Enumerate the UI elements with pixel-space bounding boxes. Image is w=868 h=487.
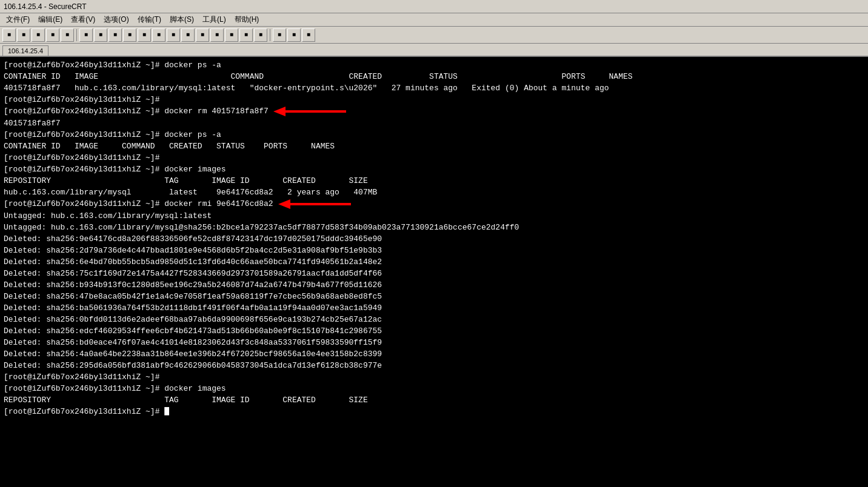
toolbar-sep-1 bbox=[76, 29, 77, 41]
menu-script[interactable]: 脚本(S) bbox=[166, 13, 198, 26]
title-text: 106.14.25.4 - SecureCRT bbox=[4, 2, 87, 11]
svg-marker-1 bbox=[278, 199, 351, 209]
toolbar-btn-5[interactable]: ■ bbox=[61, 28, 74, 42]
menu-tools[interactable]: 工具(L) bbox=[199, 13, 230, 26]
toolbar-btn-9[interactable]: ■ bbox=[123, 28, 136, 42]
toolbar-btn-17[interactable]: ■ bbox=[239, 28, 253, 42]
toolbar: ■ ■ ■ ■ ■ ■ ■ ■ ■ ■ ■ ■ ■ ■ ■ ■ ■ ■ ■ ■ … bbox=[0, 27, 868, 44]
toolbar-btn-6[interactable]: ■ bbox=[79, 28, 93, 42]
terminal-line-13: [root@iZuf6b7ox246byl3d11xhiZ ~]# docker… bbox=[4, 198, 864, 210]
toolbar-btn-14[interactable]: ■ bbox=[196, 28, 209, 42]
toolbar-btn-8[interactable]: ■ bbox=[109, 28, 122, 42]
terminal-wrapper: [root@iZuf6b7ox246byl3d11xhiZ ~]# docker… bbox=[0, 57, 868, 487]
terminal-line-31: [root@iZuf6b7ox246byl3d11xhiZ ~]# █ bbox=[4, 406, 864, 417]
terminal-line-28: [root@iZuf6b7ox246byl3d11xhiZ ~]# bbox=[4, 371, 864, 383]
toolbar-btn-21[interactable]: ■ bbox=[302, 28, 315, 42]
toolbar-btn-11[interactable]: ■ bbox=[152, 28, 165, 42]
terminal-line-22: Deleted: sha256:ba5061936a764f53b2d1118d… bbox=[4, 302, 864, 314]
terminal-line-26: Deleted: sha256:4a0ae64be2238aa31b864ee1… bbox=[4, 348, 864, 360]
terminal-line-5: [root@iZuf6b7ox246byl3d11xhiZ ~]# docker… bbox=[4, 105, 864, 118]
terminal-line-18: Deleted: sha256:6e4bd70bb55bcb5ad9850d51… bbox=[4, 256, 864, 268]
terminal-line-7: [root@iZuf6b7ox246byl3d11xhiZ ~]# docker… bbox=[4, 129, 864, 141]
arrow-icon bbox=[278, 198, 351, 210]
terminal-line-24: Deleted: sha256:edcf46029534ffee6cbf4b62… bbox=[4, 325, 864, 337]
toolbar-btn-18[interactable]: ■ bbox=[254, 28, 267, 42]
toolbar-btn-15[interactable]: ■ bbox=[210, 28, 224, 42]
toolbar-btn-13[interactable]: ■ bbox=[181, 28, 195, 42]
terminal-line-9: [root@iZuf6b7ox246byl3d11xhiZ ~]# bbox=[4, 152, 864, 164]
terminal-line-6: 4015718fa8f7 bbox=[4, 118, 864, 129]
toolbar-btn-1[interactable]: ■ bbox=[2, 28, 16, 42]
terminal-line-19: Deleted: sha256:75c1f169d72e1475a4427f52… bbox=[4, 268, 864, 279]
svg-marker-0 bbox=[273, 107, 346, 116]
terminal-line-30: REPOSITORY TAG IMAGE ID CREATED SIZE bbox=[4, 394, 864, 406]
toolbar-btn-16[interactable]: ■ bbox=[225, 28, 238, 42]
terminal-line-10: [root@iZuf6b7ox246byl3d11xhiZ ~]# docker… bbox=[4, 164, 864, 175]
arrow-icon bbox=[273, 105, 346, 118]
toolbar-btn-19[interactable]: ■ bbox=[273, 28, 286, 42]
tab-bar: 106.14.25.4 bbox=[0, 44, 868, 57]
terminal-line-23: Deleted: sha256:0bfdd0113d6e2adeef68baa9… bbox=[4, 314, 864, 325]
terminal-line-1: [root@iZuf6b7ox246byl3d11xhiZ ~]# docker… bbox=[4, 59, 864, 71]
terminal-line-20: Deleted: sha256:b934b913f0c1280d85ee196c… bbox=[4, 279, 864, 291]
terminal-line-3: 4015718fa8f7 hub.c.163.com/library/mysql… bbox=[4, 82, 864, 94]
terminal-line-15: Untagged: hub.c.163.com/library/mysql@sh… bbox=[4, 222, 864, 233]
menu-options[interactable]: 选项(O) bbox=[100, 13, 132, 26]
terminal-line-29: [root@iZuf6b7ox246byl3d11xhiZ ~]# docker… bbox=[4, 383, 864, 394]
menu-file[interactable]: 文件(F) bbox=[2, 13, 33, 26]
menu-help[interactable]: 帮助(H) bbox=[231, 13, 263, 26]
session-tab[interactable]: 106.14.25.4 bbox=[2, 45, 48, 56]
toolbar-btn-10[interactable]: ■ bbox=[138, 28, 151, 42]
terminal-line-2: CONTAINER ID IMAGE COMMAND CREATED STATU… bbox=[4, 71, 864, 82]
terminal-line-17: Deleted: sha256:2d79a736de4c447bbad1801e… bbox=[4, 245, 864, 256]
toolbar-btn-12[interactable]: ■ bbox=[167, 28, 180, 42]
menu-edit[interactable]: 编辑(E) bbox=[35, 13, 66, 26]
toolbar-btn-4[interactable]: ■ bbox=[46, 28, 59, 42]
toolbar-btn-2[interactable]: ■ bbox=[17, 28, 30, 42]
terminal-line-8: CONTAINER ID IMAGE COMMAND CREATED STATU… bbox=[4, 141, 864, 152]
menu-transfer[interactable]: 传输(T) bbox=[134, 13, 165, 26]
terminal-line-14: Untagged: hub.c.163.com/library/mysql:la… bbox=[4, 210, 864, 222]
terminal-line-27: Deleted: sha256:295d6a056bfd381abf9c4626… bbox=[4, 360, 864, 371]
toolbar-btn-3[interactable]: ■ bbox=[32, 28, 45, 42]
toolbar-btn-20[interactable]: ■ bbox=[287, 28, 301, 42]
toolbar-btn-7[interactable]: ■ bbox=[94, 28, 107, 42]
terminal[interactable]: [root@iZuf6b7ox246byl3d11xhiZ ~]# docker… bbox=[0, 57, 868, 487]
terminal-line-4: [root@iZuf6b7ox246byl3d11xhiZ ~]# bbox=[4, 94, 864, 105]
menu-view[interactable]: 查看(V) bbox=[67, 13, 99, 26]
terminal-line-25: Deleted: sha256:bd0eace476f07ae4c41014e8… bbox=[4, 337, 864, 348]
title-bar: 106.14.25.4 - SecureCRT bbox=[0, 0, 868, 13]
toolbar-sep-2 bbox=[270, 29, 270, 41]
menu-bar: 文件(F) 编辑(E) 查看(V) 选项(O) 传输(T) 脚本(S) 工具(L… bbox=[0, 13, 868, 27]
terminal-line-12: hub.c.163.com/library/mysql latest 9e641… bbox=[4, 187, 864, 198]
terminal-line-16: Deleted: sha256:9e64176cd8a206f88336506f… bbox=[4, 233, 864, 245]
terminal-line-11: REPOSITORY TAG IMAGE ID CREATED SIZE bbox=[4, 175, 864, 187]
terminal-line-21: Deleted: sha256:47be8aca05b42f1e1a4c9e70… bbox=[4, 291, 864, 302]
